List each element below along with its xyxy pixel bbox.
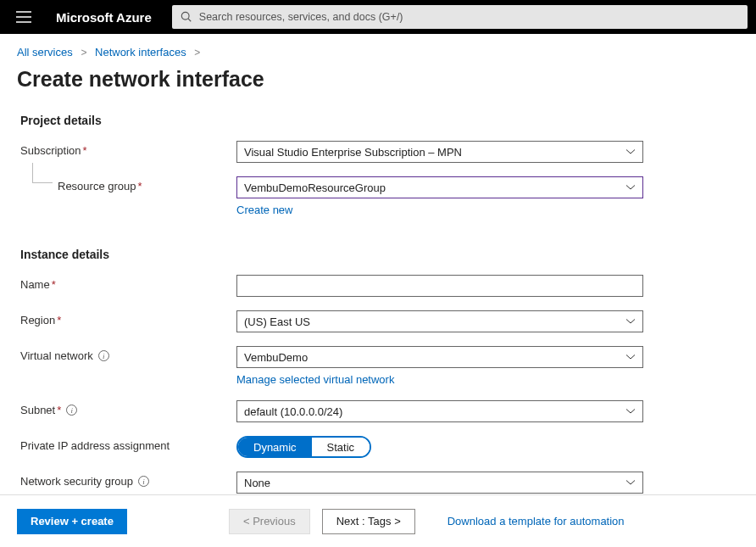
select-nsg-value: None [244, 477, 270, 489]
hamburger-menu-button[interactable] [7, 0, 41, 34]
page-title: Create network interface [0, 65, 756, 105]
svg-point-0 [181, 12, 189, 20]
select-nsg[interactable]: None [236, 472, 643, 494]
top-bar: Microsoft Azure [0, 0, 756, 34]
link-download-template[interactable]: Download a template for automation [447, 515, 625, 527]
breadcrumb-link-all-services[interactable]: All services [17, 46, 73, 59]
link-manage-vnet[interactable]: Manage selected virtual network [236, 373, 394, 386]
info-icon[interactable]: i [138, 476, 149, 487]
select-subscription[interactable]: Visual Studio Enterprise Subscription – … [236, 141, 643, 163]
label-vnet: Virtual network [20, 349, 93, 362]
row-subnet: Subnet * i default (10.0.0.0/24) [20, 400, 736, 422]
label-region: Region [20, 314, 55, 327]
chevron-right-icon: > [81, 47, 86, 59]
chevron-down-icon [625, 148, 636, 155]
label-subscription: Subscription [20, 144, 81, 157]
search-input[interactable] [192, 11, 739, 23]
pill-dynamic[interactable]: Dynamic [238, 438, 312, 456]
pill-static[interactable]: Static [312, 438, 370, 456]
label-name: Name [20, 278, 50, 291]
review-create-button[interactable]: Review + create [17, 509, 127, 534]
pill-group-ip-assignment: Dynamic Static [236, 436, 371, 458]
row-vnet: Virtual network i VembuDemo Manage selec… [20, 346, 736, 387]
hamburger-icon [16, 11, 31, 23]
select-resource-group-value: VembuDemoResourceGroup [244, 181, 386, 194]
required-asterisk: * [57, 314, 61, 327]
info-icon[interactable]: i [98, 350, 109, 361]
create-form: Project details Subscription * Visual St… [0, 105, 756, 523]
breadcrumb-link-network-interfaces[interactable]: Network interfaces [95, 46, 186, 59]
row-subscription: Subscription * Visual Studio Enterprise … [20, 141, 736, 163]
required-asterisk: * [57, 404, 61, 416]
chevron-down-icon [625, 479, 636, 486]
link-create-new-rg[interactable]: Create new [236, 204, 292, 216]
next-button[interactable]: Next : Tags > [322, 509, 415, 534]
breadcrumb: All services > Network interfaces > [0, 34, 756, 65]
select-region-value: (US) East US [244, 315, 310, 328]
row-ip-assignment: Private IP address assignment Dynamic St… [20, 436, 736, 458]
row-region: Region * (US) East US [20, 310, 736, 332]
select-vnet-value: VembuDemo [244, 351, 308, 364]
hierarchy-indent-line [32, 163, 53, 183]
row-resource-group: Resource group * VembuDemoResourceGroup … [20, 176, 736, 217]
chevron-down-icon [625, 408, 636, 415]
select-resource-group[interactable]: VembuDemoResourceGroup [236, 176, 643, 198]
chevron-down-icon [625, 318, 636, 325]
chevron-down-icon [625, 354, 636, 360]
info-icon[interactable]: i [66, 405, 77, 416]
label-ip-assignment: Private IP address assignment [20, 439, 170, 452]
select-subscription-value: Visual Studio Enterprise Subscription – … [244, 146, 462, 159]
search-icon [181, 11, 192, 23]
input-name[interactable] [236, 275, 643, 297]
section-heading-project: Project details [20, 114, 736, 127]
chevron-right-icon: > [194, 47, 200, 59]
chevron-down-icon [625, 184, 636, 191]
row-nsg: Network security group i None [20, 472, 736, 494]
brand-label: Microsoft Azure [56, 10, 152, 25]
label-subnet: Subnet [20, 404, 55, 416]
label-nsg: Network security group [20, 475, 133, 488]
search-bar[interactable] [172, 5, 748, 29]
previous-button[interactable]: < Previous [229, 509, 310, 534]
select-subnet[interactable]: default (10.0.0.0/24) [236, 400, 643, 422]
required-asterisk: * [52, 278, 56, 291]
row-name: Name * [20, 275, 736, 297]
required-asterisk: * [138, 180, 142, 193]
select-subnet-value: default (10.0.0.0/24) [244, 405, 342, 418]
required-asterisk: * [83, 144, 87, 157]
label-resource-group: Resource group [58, 180, 136, 193]
section-heading-instance: Instance details [20, 248, 736, 261]
footer-bar: Review + create < Previous Next : Tags >… [0, 494, 756, 547]
select-vnet[interactable]: VembuDemo [236, 346, 643, 368]
select-region[interactable]: (US) East US [236, 310, 643, 332]
